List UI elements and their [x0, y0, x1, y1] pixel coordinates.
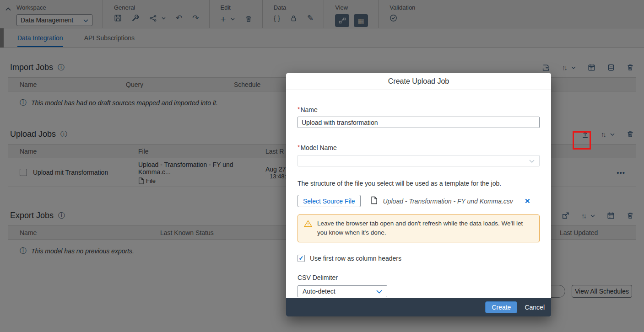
warning-text: Leave the browser tab open and don't ref… — [317, 220, 523, 236]
sac-data-management-page: Workspace Data Management General — [0, 0, 644, 332]
template-hint-text: The structure of the file you select wil… — [298, 180, 540, 187]
annotation-highlight-box — [573, 131, 591, 150]
upload-warning-message: Leave the browser tab open and don't ref… — [298, 214, 540, 242]
select-source-file-button[interactable]: Select Source File — [298, 195, 361, 207]
model-name-field-label: *Model Name — [298, 144, 540, 151]
csv-delimiter-value: Auto-detect — [303, 288, 336, 295]
model-name-select[interactable] — [298, 155, 540, 166]
create-button[interactable]: Create — [485, 301, 517, 313]
dialog-title: Create Upload Job — [286, 73, 551, 90]
first-row-headers-checkbox[interactable]: ✓ — [298, 255, 305, 262]
chevron-down-icon — [376, 288, 382, 295]
first-row-headers-label: Use first row as column headers — [310, 255, 401, 262]
name-input[interactable] — [298, 117, 540, 128]
chevron-down-icon — [529, 157, 535, 165]
csv-delimiter-label: CSV Delimiter — [298, 274, 540, 281]
first-row-headers-row: ✓ Use first row as column headers — [298, 255, 540, 262]
dialog-footer: Create Cancel — [286, 298, 551, 316]
clear-file-icon[interactable]: ✕ — [525, 197, 530, 205]
csv-delimiter-select[interactable]: Auto-detect — [298, 285, 387, 297]
cancel-button[interactable]: Cancel — [525, 304, 545, 311]
required-marker: * — [298, 106, 300, 113]
name-field-label: *Name — [298, 106, 540, 113]
file-icon — [371, 196, 377, 206]
create-upload-job-dialog: Create Upload Job *Name *Model Name The … — [286, 73, 551, 316]
selected-file-name: Upload - Transformation - FY und Komma.c… — [383, 198, 513, 205]
required-marker: * — [298, 144, 300, 151]
warning-icon — [304, 220, 312, 230]
